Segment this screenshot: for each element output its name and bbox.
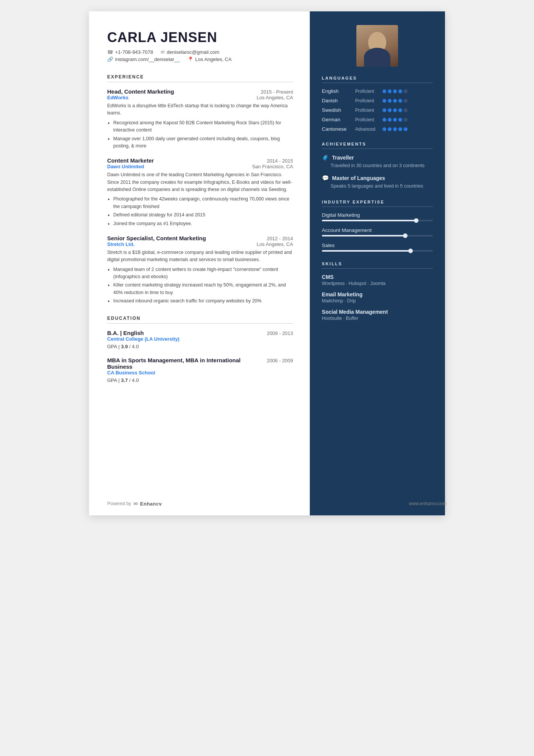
edu-school: Central College (LA University) <box>107 336 180 342</box>
skill-item: CMS Wordpress · Hubspot · Joomla <box>322 274 433 286</box>
candidate-name: CARLA JENSEN <box>107 30 293 45</box>
language-dot <box>388 118 392 122</box>
language-dot <box>393 127 397 131</box>
expertise-bar-bg <box>322 235 433 236</box>
language-row: Swedish Proficient <box>322 107 433 113</box>
exp-bullets: Photographed for the 42weeks campaign, c… <box>107 196 293 227</box>
email-contact: ✉ deniselaroc@gmail.com <box>161 49 219 55</box>
language-name: Danish <box>322 98 355 103</box>
skill-item: Social Media Management Hootsuite · Buff… <box>322 309 433 321</box>
language-level: Proficient <box>355 98 383 103</box>
achievement-header: 🧳 Traveller <box>322 154 433 161</box>
languages-list: English Proficient Danish Proficient Swe… <box>322 88 433 132</box>
exp-company: Stretch Ltd. <box>107 241 134 247</box>
name-section: CARLA JENSEN ☎ +1-708-943-7078 ✉ denisel… <box>107 30 293 62</box>
edu-header: B.A. | English 2009 - 2013 <box>107 330 293 336</box>
exp-bullet: Joined the company as #1 Employee. <box>113 220 293 227</box>
instagram-icon: 🔗 <box>107 56 113 62</box>
language-dot <box>383 108 386 112</box>
language-name: Swedish <box>322 107 355 113</box>
skills-section: SKILLS CMS Wordpress · Hubspot · Joomla … <box>322 261 433 321</box>
location-icon: 📍 <box>187 56 194 62</box>
experience-list: Head, Content Marketing 2015 - Present E… <box>107 88 293 305</box>
expertise-label: Account Management <box>322 227 433 233</box>
exp-company-row: EdWorks Los Angeles, CA <box>107 95 293 100</box>
exp-date: 2014 - 2015 <box>267 158 293 164</box>
expertise-bar-end <box>414 218 418 223</box>
edu-degree: MBA in Sports Management, MBA in Interna… <box>107 357 267 370</box>
resume-footer: Powered by ∞ Enhancv www.enhancv.com <box>107 500 463 507</box>
exp-date: 2015 - Present <box>261 89 293 95</box>
expertise-section: INDUSTRY EXPERTISE Digital Marketing Acc… <box>322 200 433 252</box>
language-dots <box>383 89 408 93</box>
skills-title: SKILLS <box>322 261 433 269</box>
instagram-value: instagram.com/__deniselar__ <box>115 56 180 62</box>
language-level: Proficient <box>355 117 383 122</box>
exp-company: EdWorks <box>107 95 128 100</box>
language-dot <box>398 108 402 112</box>
education-item: B.A. | English 2009 - 2013 Central Colle… <box>107 330 293 349</box>
achievement-desc: Travelled in 30 countries and on 3 conti… <box>322 162 433 169</box>
exp-title: Head, Content Marketing <box>107 88 174 95</box>
language-row: Cantonese Advanced <box>322 126 433 132</box>
expertise-bar-fill <box>322 220 416 221</box>
language-dot <box>388 99 392 103</box>
exp-header: Head, Content Marketing 2015 - Present <box>107 88 293 95</box>
exp-bullet: Killer content marketing strategy increa… <box>113 282 293 296</box>
language-dot <box>404 118 408 122</box>
education-item: MBA in Sports Management, MBA in Interna… <box>107 357 293 383</box>
contact-row: ☎ +1-708-943-7078 ✉ deniselaroc@gmail.co… <box>107 49 293 62</box>
expertise-bar-end <box>403 233 408 238</box>
language-dot <box>383 89 386 93</box>
achievement-item: 🧳 Traveller Travelled in 30 countries an… <box>322 154 433 169</box>
language-dot <box>398 127 402 131</box>
edu-date: 2006 - 2009 <box>267 358 293 363</box>
photo-area <box>310 11 445 76</box>
language-name: Cantonese <box>322 126 355 132</box>
expertise-item: Digital Marketing <box>322 212 433 221</box>
exp-location: Los Angeles, CA <box>257 241 293 247</box>
language-dots <box>383 127 408 131</box>
exp-desc: EdWorks is a disruptive little EdTech st… <box>107 102 293 117</box>
edu-degree: B.A. | English <box>107 330 144 336</box>
phone-contact: ☎ +1-708-943-7078 <box>107 49 153 55</box>
language-row: English Proficient <box>322 88 433 94</box>
edu-gpa: GPA | 3.7 / 4.0 <box>107 377 293 383</box>
education-title: EDUCATION <box>107 316 293 324</box>
exp-header: Senior Specialist, Content Marketing 201… <box>107 235 293 241</box>
skill-tags: Hootsuite · Buffer <box>322 316 433 321</box>
expertise-bar-fill <box>322 250 411 252</box>
resume-wrapper: CARLA JENSEN ☎ +1-708-943-7078 ✉ denisel… <box>89 11 445 515</box>
expertise-label: Sales <box>322 243 433 248</box>
powered-by-label: Powered by <box>107 501 131 506</box>
language-dot <box>383 118 386 122</box>
experience-section: EXPERIENCE Head, Content Marketing 2015 … <box>107 74 293 305</box>
language-dots <box>383 108 408 112</box>
location-value: Los Angeles, CA <box>195 56 232 62</box>
brand-icon: ∞ <box>133 500 137 507</box>
language-dot <box>404 99 408 103</box>
experience-item: Content Marketer 2014 - 2015 Dawn Unlimi… <box>107 157 293 227</box>
expertise-title: INDUSTRY EXPERTISE <box>322 200 433 207</box>
skill-tags: Mailchimp · Drip <box>322 298 433 304</box>
language-level: Advanced <box>355 127 383 132</box>
expertise-label: Digital Marketing <box>322 212 433 218</box>
exp-location: Los Angeles, CA <box>257 95 293 100</box>
exp-bullet: Increased inbound organic search traffic… <box>113 297 293 305</box>
language-row: German Proficient <box>322 117 433 122</box>
skill-title: CMS <box>322 274 433 280</box>
footer-left: Powered by ∞ Enhancv <box>107 500 162 507</box>
achievement-icon: 💬 <box>322 175 329 182</box>
language-dot <box>393 108 397 112</box>
edu-school-row: CA Business School <box>107 370 293 376</box>
exp-location: San Francisco, CA <box>252 164 293 169</box>
edu-header: MBA in Sports Management, MBA in Interna… <box>107 357 293 370</box>
exp-date: 2012 - 2014 <box>267 236 293 241</box>
exp-bullets: Managed team of 2 content writers to cre… <box>107 266 293 305</box>
email-icon: ✉ <box>161 49 165 55</box>
phone-value: +1-708-943-7078 <box>115 49 153 55</box>
left-column: CARLA JENSEN ☎ +1-708-943-7078 ✉ denisel… <box>89 11 310 515</box>
expertise-item: Sales <box>322 243 433 252</box>
edu-school-row: Central College (LA University) <box>107 336 293 342</box>
expertise-bar-end <box>408 249 413 253</box>
